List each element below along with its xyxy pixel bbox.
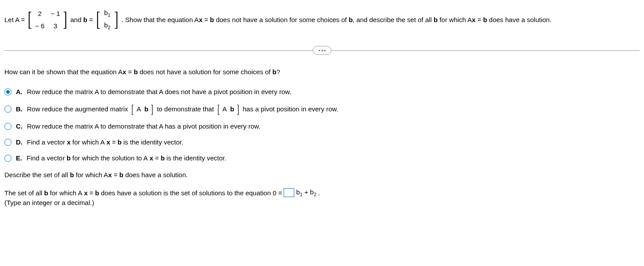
ax: x bbox=[84, 189, 87, 197]
aplus: + b bbox=[304, 188, 314, 196]
db2: b bbox=[120, 171, 124, 179]
qp1: How can it be shown that the equation A bbox=[4, 68, 123, 76]
choice-c-letter: C. bbox=[16, 122, 22, 131]
answer-b1: b1 bbox=[296, 188, 302, 197]
ep2: for which the solution to A bbox=[72, 153, 148, 163]
choice-a-letter: A. bbox=[16, 87, 22, 97]
vector-b-r1-sub: 1 bbox=[108, 12, 110, 18]
bracket-right-icon: ] bbox=[63, 9, 67, 30]
choice-b-letter: B. bbox=[16, 104, 22, 114]
epb2: b bbox=[161, 153, 165, 163]
t-x2: x bbox=[472, 16, 476, 23]
dpb: b bbox=[118, 137, 122, 147]
radio-c[interactable] bbox=[4, 123, 11, 130]
choice-b-post: has a pivot position in every row. bbox=[243, 104, 338, 114]
dp1: Find a vector bbox=[27, 137, 65, 147]
problem-tail: . Show that the equation Ax = b does not… bbox=[121, 16, 551, 23]
ab1s: 1 bbox=[300, 192, 303, 197]
answer-hint: (Type an integer or a decimal.) bbox=[4, 199, 640, 206]
d3: = bbox=[112, 171, 119, 179]
dp3: = bbox=[112, 137, 116, 147]
qp4: ? bbox=[277, 68, 280, 76]
text-equals: = bbox=[89, 16, 93, 23]
augmented-matrix-1: [ A b ] bbox=[131, 103, 154, 115]
bracket-right-icon: ] bbox=[151, 103, 153, 115]
choice-e-text: E. Find a vector b for which the solutio… bbox=[16, 153, 226, 163]
coefficient-input[interactable] bbox=[284, 188, 294, 197]
choice-c[interactable]: C. Row reduce the matrix A to demonstrat… bbox=[4, 122, 640, 131]
bracket-left-icon: [ bbox=[96, 9, 100, 30]
t-b1: b bbox=[210, 16, 214, 23]
dot-icon bbox=[322, 50, 323, 51]
matrix-a-r1c1: 2 bbox=[35, 10, 45, 17]
choice-c-body: Row reduce the matrix A to demonstrate t… bbox=[27, 122, 260, 131]
choice-b[interactable]: B. Row reduce the augmented matrix [ A b… bbox=[4, 103, 640, 115]
choice-e-letter: E. bbox=[16, 153, 22, 163]
bracket-left-icon: [ bbox=[28, 9, 32, 30]
t2: = bbox=[202, 16, 210, 23]
choice-c-text: C. Row reduce the matrix A to demonstrat… bbox=[16, 122, 260, 131]
qp-b2: b bbox=[273, 68, 277, 76]
a3: = bbox=[90, 189, 94, 197]
ab1t: b bbox=[296, 188, 300, 196]
bracket-left-icon: [ bbox=[217, 103, 220, 115]
a1: The set of all bbox=[4, 189, 42, 197]
matrix-a-r2c2: 3 bbox=[51, 22, 60, 30]
dpx2: x bbox=[106, 137, 110, 147]
qp-b: b bbox=[134, 68, 138, 76]
text-and: and bbox=[71, 16, 82, 23]
choice-a-body: Row reduce the matrix A to demonstrate t… bbox=[27, 87, 292, 97]
bracket-right-icon: ] bbox=[114, 9, 118, 30]
matrix-a: [ 2 − 1 − 6 3 ] bbox=[26, 8, 68, 31]
vector-b-r2-sub: 2 bbox=[108, 25, 110, 30]
ab2: b bbox=[95, 189, 99, 197]
vector-b-r1-base: b bbox=[104, 9, 108, 16]
augmented-matrix-2: [ A b ] bbox=[217, 103, 240, 115]
bracket-left-icon: [ bbox=[131, 103, 134, 115]
qp-x: x bbox=[123, 68, 126, 76]
section-divider bbox=[4, 46, 640, 55]
dpx: x bbox=[67, 137, 71, 147]
radio-d[interactable] bbox=[4, 139, 11, 146]
vector-b-r2: b2 bbox=[103, 21, 111, 30]
radio-a[interactable] bbox=[4, 88, 11, 95]
qp3: does not have a solution for some choice… bbox=[138, 68, 272, 76]
t-x1: x bbox=[199, 16, 202, 23]
choice-a[interactable]: A. Row reduce the matrix A to demonstrat… bbox=[4, 87, 640, 97]
text-let-a: Let A = bbox=[4, 16, 25, 23]
dot-icon bbox=[319, 50, 320, 51]
t-b2: b bbox=[348, 16, 352, 23]
choice-d[interactable]: D. Find a vector x for which Ax = b is t… bbox=[4, 137, 640, 147]
text-b-bold: b bbox=[83, 16, 87, 23]
ab1: b bbox=[44, 189, 48, 197]
dot-icon bbox=[324, 50, 326, 51]
a2: for which A bbox=[50, 189, 82, 197]
t6: = bbox=[476, 16, 483, 23]
db1: b bbox=[70, 171, 74, 179]
question-prompt: How can it be shown that the equation Ax… bbox=[4, 68, 640, 76]
t5: for which A bbox=[438, 16, 472, 23]
ab-cells-1: A b bbox=[135, 104, 150, 114]
choice-b-pre: Row reduce the augmented matrix bbox=[27, 104, 128, 114]
vector-b-r1: b1 bbox=[103, 9, 111, 18]
ab-cells-2: A b bbox=[221, 104, 236, 114]
choice-d-text: D. Find a vector x for which Ax = b is t… bbox=[16, 137, 183, 147]
ep3: = bbox=[155, 153, 159, 163]
vector-b: [ b1 b2 ] bbox=[95, 8, 120, 31]
choices-group: A. Row reduce the matrix A to demonstrat… bbox=[4, 87, 640, 163]
t4: , and describe the set of all bbox=[353, 16, 434, 23]
t-b3: b bbox=[434, 16, 438, 23]
describe-prompt: Describe the set of all b for which Ax =… bbox=[4, 171, 640, 179]
choice-b-mid: to demonstrate that bbox=[157, 104, 214, 114]
choice-e[interactable]: E. Find a vector b for which the solutio… bbox=[4, 153, 640, 163]
matrix-a-r1c2: − 1 bbox=[51, 10, 60, 17]
vector-b-r2-base: b bbox=[104, 21, 108, 29]
radio-e[interactable] bbox=[4, 155, 11, 162]
radio-b[interactable] bbox=[4, 106, 11, 113]
dp2: for which A bbox=[72, 137, 105, 147]
expand-pill-button[interactable] bbox=[313, 46, 331, 55]
choice-b-text: B. Row reduce the augmented matrix [ A b… bbox=[16, 103, 338, 115]
ab2s: 2 bbox=[314, 192, 316, 197]
d2: for which A bbox=[74, 171, 109, 179]
vector-b-cells: b1 b2 bbox=[101, 8, 113, 31]
